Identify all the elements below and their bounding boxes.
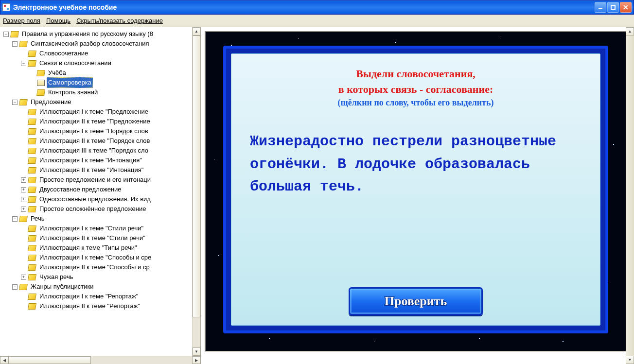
tree-item-label: Иллюстрация I к теме "Репортаж" — [38, 291, 140, 302]
book-closed-icon — [28, 225, 36, 232]
tree-item[interactable]: −Предложение — [2, 97, 192, 107]
tree-item[interactable]: Иллюстрация III к теме "Порядок сло — [2, 146, 192, 156]
expand-icon[interactable]: + — [21, 177, 26, 183]
tree-item-label: Иллюстрация к теме "Типы речи" — [38, 243, 139, 253]
tree-item[interactable]: +Простое осложнённое предложение — [2, 204, 192, 214]
scroll-thumb[interactable] — [193, 35, 200, 317]
exercise-card: Выдели словосочетания, в которых связь -… — [231, 53, 600, 326]
book-closed-icon — [28, 187, 36, 193]
menu-bar: Размер поля Помощь Скрыть/показать содер… — [0, 15, 634, 27]
tree-item[interactable]: −Речь — [2, 214, 192, 224]
minimize-button[interactable] — [595, 2, 606, 13]
exercise-text[interactable]: Жизнерадостно пестрели разноцветные огон… — [246, 130, 585, 274]
book-closed-icon — [28, 177, 36, 183]
tree-item[interactable]: Самопроверка — [2, 78, 192, 87]
book-closed-icon — [28, 255, 36, 261]
tree-item[interactable]: Иллюстрация I к теме "Стили речи" — [2, 224, 192, 233]
tree-horizontal-scrollbar[interactable]: ◀ ▶ — [0, 356, 200, 364]
collapse-icon[interactable]: − — [3, 32, 9, 37]
tree-item[interactable]: Иллюстрация I к теме "Предложение — [2, 107, 192, 117]
book-closed-icon — [28, 148, 36, 154]
expand-icon[interactable]: + — [21, 275, 26, 280]
book-closed-icon — [28, 294, 36, 300]
check-button[interactable]: Проверить — [349, 287, 483, 315]
tree-item[interactable]: Иллюстрация I к теме "Порядок слов — [2, 126, 192, 136]
tree-item[interactable]: +Двусоставное предложение — [2, 185, 192, 194]
content-vertical-scrollbar[interactable]: ▲ ▼ — [626, 27, 634, 364]
tree-item[interactable]: Иллюстрация II к теме "Стили речи" — [2, 233, 192, 243]
collapse-icon[interactable]: − — [12, 100, 18, 105]
tree-item[interactable]: Иллюстрация II к теме "Предложение — [2, 117, 192, 126]
tree-item[interactable]: Иллюстрация I к теме "Репортаж" — [2, 292, 192, 301]
tree-item-label: Чужая речь — [38, 272, 74, 282]
toc-tree[interactable]: −Правила и упражнения по русскому языку … — [2, 29, 192, 311]
content-panel: Выдели словосочетания, в которых связь -… — [201, 27, 634, 364]
maximize-button[interactable] — [607, 2, 619, 13]
exercise-heading-2: в которых связь - согласование: — [246, 83, 585, 96]
scroll-up-button[interactable]: ▲ — [193, 27, 200, 35]
book-closed-icon — [19, 216, 28, 222]
tree-item-label: Иллюстрация I к теме "Стили речи" — [38, 223, 145, 234]
close-button[interactable]: ✕ — [620, 2, 632, 13]
collapse-icon[interactable]: − — [12, 216, 18, 222]
tree-item-label: Иллюстрация II к теме "Интонация" — [38, 165, 145, 175]
window-title: Электронное учебное пособие — [13, 3, 595, 11]
tree-item-label: Иллюстрация II к теме "Способы и ср — [38, 262, 151, 273]
book-closed-icon — [10, 31, 19, 37]
book-closed-icon — [19, 41, 28, 47]
book-closed-icon — [19, 284, 28, 290]
scroll-down-button[interactable]: ▼ — [193, 347, 200, 356]
book-closed-icon — [28, 51, 36, 57]
svg-rect-1 — [611, 5, 615, 9]
tree-item-label: Иллюстрация II к теме "Порядок слов — [38, 136, 151, 146]
tree-item-label: Простое осложнённое предложение — [38, 204, 147, 214]
tree-item-label: Жанры публицистики — [29, 281, 95, 292]
tree-item[interactable]: Иллюстрация I к теме "Способы и сре — [2, 253, 192, 262]
tree-vertical-scrollbar[interactable]: ▲ ▼ — [192, 27, 200, 356]
tree-item[interactable]: Иллюстрация к теме "Типы речи" — [2, 243, 192, 253]
tree-item[interactable]: Иллюстрация I к теме "Интонация" — [2, 156, 192, 165]
tree-item[interactable]: +Чужая речь — [2, 272, 192, 282]
tree-item-label: Предложение — [29, 97, 73, 107]
scroll-up-button[interactable]: ▲ — [626, 27, 634, 35]
tree-item[interactable]: +Односоставные предложения. Их вид — [2, 194, 192, 204]
book-closed-icon — [28, 128, 36, 135]
tree-item[interactable]: Иллюстрация II к теме "Репортаж" — [2, 301, 192, 311]
tree-item[interactable]: +Простое предложение и его интонаци — [2, 175, 192, 185]
tree-item[interactable]: −Связи в словосочетании — [2, 58, 192, 68]
menu-field-size[interactable]: Размер поля — [3, 17, 40, 24]
menu-toggle-toc[interactable]: Скрыть/показать содержание — [76, 17, 163, 24]
tree-item-label: Связи в словосочетании — [38, 58, 113, 69]
collapse-icon[interactable]: − — [12, 284, 18, 290]
scroll-down-button[interactable]: ▼ — [626, 356, 634, 364]
tree-item[interactable]: −Жанры публицистики — [2, 282, 192, 292]
tree-item-label: Речь — [29, 213, 46, 224]
tree-item-label: Иллюстрация I к теме "Способы и сре — [38, 252, 153, 263]
tree-item[interactable]: Словосочетание — [2, 49, 192, 58]
expand-icon[interactable]: + — [21, 197, 26, 202]
menu-help[interactable]: Помощь — [46, 17, 70, 24]
collapse-icon[interactable]: − — [12, 41, 18, 47]
tree-item-label: Учёба — [47, 68, 68, 78]
tree-item[interactable]: Учёба — [2, 68, 192, 78]
scroll-thumb-h[interactable] — [8, 356, 91, 364]
toc-panel: −Правила и упражнения по русскому языку … — [0, 27, 201, 364]
tree-item[interactable]: Иллюстрация II к теме "Порядок слов — [2, 136, 192, 146]
tree-item[interactable]: −Синтаксический разбор словосочетания — [2, 39, 192, 49]
scroll-right-button[interactable]: ▶ — [192, 356, 200, 364]
book-closed-icon — [36, 89, 45, 96]
tree-item[interactable]: Иллюстрация II к теме "Способы и ср — [2, 262, 192, 272]
scroll-left-button[interactable]: ◀ — [0, 356, 8, 364]
collapse-icon[interactable]: − — [21, 61, 26, 66]
tree-item-label: Двусоставное предложение — [38, 184, 123, 195]
book-closed-icon — [28, 235, 36, 242]
book-closed-icon — [19, 99, 28, 105]
tree-item-label: Самопроверка — [47, 77, 93, 88]
title-bar: Электронное учебное пособие ✕ — [0, 0, 634, 15]
tree-item[interactable]: Контроль знаний — [2, 87, 192, 97]
tree-item[interactable]: −Правила и упражнения по русскому языку … — [2, 29, 192, 39]
tree-item-label: Иллюстрация II к теме "Предложение — [38, 116, 152, 127]
tree-item[interactable]: Иллюстрация II к теме "Интонация" — [2, 165, 192, 175]
expand-icon[interactable]: + — [21, 187, 26, 192]
expand-icon[interactable]: + — [21, 207, 26, 212]
